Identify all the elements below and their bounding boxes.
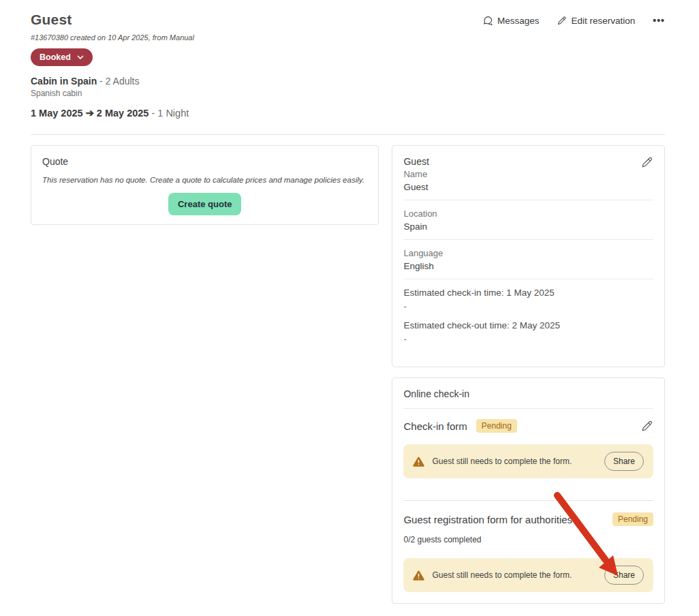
header-actions: Messages Edit reservation ••• [482,15,665,26]
guest-field-name: Name Guest [403,169,653,200]
pencil-icon [640,420,653,433]
pencil-icon [640,156,653,169]
status-badge[interactable]: Booked [31,48,93,66]
stay-nights: - 1 Night [149,108,189,119]
share-registration-form-button[interactable]: Share [604,566,644,585]
field-label: Name [403,169,653,179]
arrow-right-icon: ➔ [86,108,94,119]
date-start: 1 May 2025 [31,108,83,119]
field-label: Location [403,209,653,219]
pencil-icon [557,16,567,26]
reservation-meta: #13670380 created on 10 Apr 2025, from M… [31,33,194,42]
pending-badge: Pending [476,419,517,433]
checkin-form-alert: Guest still needs to complete the form. … [403,444,653,478]
edit-checkin-form-button[interactable] [640,420,653,433]
stay-dates: 1 May 2025 ➔ 2 May 2025 - 1 Night [31,108,194,119]
alert-text: Guest still needs to complete the form. [432,457,597,466]
quote-card: Quote This reservation has no quote. Cre… [31,145,379,225]
checkout-time-line: Estimated check-out time: 2 May 2025 [403,320,653,330]
online-checkin-card: Online check-in Check-in form Pending [392,378,665,604]
main-content: Quote This reservation has no quote. Cre… [31,145,665,604]
checkin-form-title: Check-in form [403,420,467,432]
field-value: Guest [403,182,653,192]
checkin-time-line: Estimated check-in time: 1 May 2025 [403,288,653,298]
share-checkin-form-button[interactable]: Share [604,452,644,471]
property-line: Cabin in Spain - 2 Adults [31,76,194,87]
page-title: Guest [31,12,194,28]
page-header: Guest #13670380 created on 10 Apr 2025, … [31,12,665,119]
online-checkin-title: Online check-in [403,388,653,409]
quote-title: Quote [42,156,367,167]
chat-bubble-icon [482,15,493,26]
warning-icon [413,570,424,581]
messages-button[interactable]: Messages [482,15,540,26]
checkin-time-value: - [403,301,653,311]
checkin-time-block: Estimated check-in time: 1 May 2025 - [403,288,653,311]
section-divider [403,500,653,501]
registration-form-header: Guest registration form for authorities … [403,512,653,526]
quote-button-row: Create quote [42,193,367,215]
ellipsis-icon: ••• [653,15,665,26]
checkout-time-value: - [403,334,653,344]
header-divider [31,134,665,135]
right-column: Guest Name Guest Location Spain [392,145,665,604]
create-quote-button[interactable]: Create quote [168,193,241,215]
edit-guest-button[interactable] [640,156,653,169]
checkin-form-header: Check-in form Pending [403,419,653,433]
checkout-time-block: Estimated check-out time: 2 May 2025 - [403,320,653,344]
guests-completed-count: 0/2 guests completed [403,535,653,544]
more-options-button[interactable]: ••• [653,15,665,26]
chevron-down-icon [77,55,84,60]
pending-badge: Pending [612,512,653,526]
date-end: 2 May 2025 [97,108,149,119]
status-badge-label: Booked [40,52,71,62]
guest-field-language: Language English [403,248,653,279]
field-value: English [403,261,653,271]
property-name: Cabin in Spain [31,76,97,87]
messages-label: Messages [497,16,540,26]
quote-description: This reservation has no quote. Create a … [42,176,367,184]
edit-reservation-button[interactable]: Edit reservation [557,16,635,26]
edit-reservation-label: Edit reservation [571,16,635,26]
reservation-page: Guest #13670380 created on 10 Apr 2025, … [0,0,699,616]
guest-card: Guest Name Guest Location Spain [392,145,665,367]
warning-icon [413,457,424,467]
guest-card-header: Guest [403,156,653,169]
header-left: Guest #13670380 created on 10 Apr 2025, … [31,12,194,119]
registration-form-title: Guest registration form for authorities [403,514,572,525]
guest-card-title: Guest [403,156,429,167]
field-value: Spain [403,221,653,232]
alert-text: Guest still needs to complete the form. [432,570,597,580]
property-subtitle: Spanish cabin [31,89,194,98]
property-guests: - 2 Adults [97,76,139,87]
field-label: Language [403,248,653,258]
guest-field-location: Location Spain [403,209,653,240]
registration-form-alert: Guest still needs to complete the form. … [403,558,653,592]
